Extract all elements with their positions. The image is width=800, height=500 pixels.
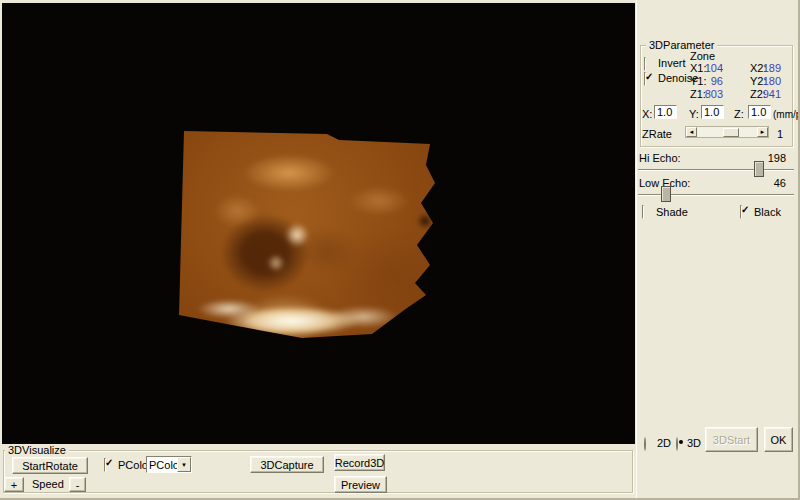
zone-y1-value: 96 bbox=[703, 75, 723, 87]
mode-3d-radio[interactable] bbox=[676, 437, 678, 451]
y-scale-input[interactable] bbox=[701, 105, 724, 119]
pcolor-dropdown[interactable]: PColor ▼ bbox=[146, 456, 192, 473]
ok-button[interactable]: OK bbox=[764, 427, 793, 452]
arrow-left-icon[interactable]: ◄ bbox=[686, 127, 697, 137]
pcolor-checkbox[interactable] bbox=[104, 459, 106, 471]
zone-label: Zone bbox=[690, 50, 715, 62]
shade-checkbox-box[interactable] bbox=[642, 205, 644, 219]
ultrasound-volume-image bbox=[177, 123, 439, 341]
start-rotate-button[interactable]: StartRotate bbox=[12, 457, 88, 474]
shade-checkbox[interactable] bbox=[642, 206, 644, 218]
zone-y2-value: 180 bbox=[761, 75, 781, 87]
black-checkbox[interactable] bbox=[740, 206, 742, 218]
invert-checkbox-box[interactable] bbox=[644, 57, 646, 71]
chevron-down-icon[interactable]: ▼ bbox=[177, 457, 191, 472]
parameter-panel: 3DParameter Invert Denoise Zone X1: 104 … bbox=[636, 0, 800, 500]
3dstart-button[interactable]: 3DStart bbox=[705, 427, 758, 452]
z-scale-label: Z: bbox=[734, 108, 744, 120]
arrow-right-icon[interactable]: ► bbox=[757, 127, 768, 137]
zrate-scrollbar[interactable]: ◄ ► bbox=[685, 126, 769, 138]
mode-2d-label: 2D bbox=[657, 437, 671, 449]
black-label: Black bbox=[754, 206, 781, 218]
shade-label: Shade bbox=[656, 206, 688, 218]
hi-echo-slider-thumb[interactable] bbox=[754, 161, 764, 177]
speed-label: Speed bbox=[32, 478, 64, 490]
low-echo-slider[interactable] bbox=[638, 186, 794, 204]
mode-2d-radio[interactable] bbox=[644, 437, 646, 451]
preview-button[interactable]: Preview bbox=[334, 476, 387, 493]
hi-echo-slider-track[interactable] bbox=[638, 169, 794, 171]
zone-row-y: Y1: 96 Y2: 180 bbox=[690, 75, 785, 88]
black-checkbox-box[interactable] bbox=[740, 205, 742, 219]
scale-unit-label: (mm/p) bbox=[773, 109, 800, 120]
denoise-checkbox[interactable] bbox=[644, 73, 646, 85]
invert-checkbox[interactable] bbox=[644, 58, 646, 70]
speed-plus-button[interactable]: + bbox=[4, 477, 24, 492]
zone-table: X1: 104 X2: 189 Y1: 96 Y2: 180 Z1: 803 Z… bbox=[690, 62, 785, 101]
zrate-scrollbar-thumb[interactable] bbox=[723, 128, 739, 137]
visualize-panel: 3DVisualize StartRotate PColor PColor ▼ … bbox=[0, 444, 636, 500]
x-scale-input[interactable] bbox=[654, 105, 677, 119]
render-viewport[interactable] bbox=[2, 3, 635, 444]
3dcapture-button[interactable]: 3DCapture bbox=[250, 456, 324, 473]
zrate-label: ZRate bbox=[642, 128, 672, 140]
zone-z1-value: 803 bbox=[703, 88, 723, 100]
pcolor-checkbox-box[interactable] bbox=[104, 458, 106, 472]
z-scale-input[interactable] bbox=[748, 105, 771, 119]
pcolor-dropdown-value: PColor bbox=[147, 459, 177, 471]
zone-z2-value: 941 bbox=[761, 88, 781, 100]
x-scale-label: X: bbox=[642, 108, 652, 120]
zrate-value: 1 bbox=[777, 128, 783, 140]
invert-label: Invert bbox=[658, 57, 686, 69]
3dvisualize-group-title: 3DVisualize bbox=[5, 444, 69, 456]
zone-row-z: Z1: 803 Z2: 941 bbox=[690, 88, 785, 101]
zone-x1-value: 104 bbox=[703, 62, 723, 74]
zone-x2-value: 189 bbox=[761, 62, 781, 74]
denoise-checkbox-box[interactable] bbox=[644, 72, 646, 86]
zone-row-x: X1: 104 X2: 189 bbox=[690, 62, 785, 75]
ultrasound-3d-render[interactable] bbox=[177, 123, 439, 341]
record3d-button[interactable]: Record3D bbox=[334, 454, 385, 471]
mode-3d-label: 3D bbox=[687, 437, 701, 449]
y-scale-label: Y: bbox=[689, 108, 699, 120]
low-echo-slider-thumb[interactable] bbox=[661, 186, 671, 202]
speed-minus-button[interactable]: - bbox=[69, 477, 86, 492]
